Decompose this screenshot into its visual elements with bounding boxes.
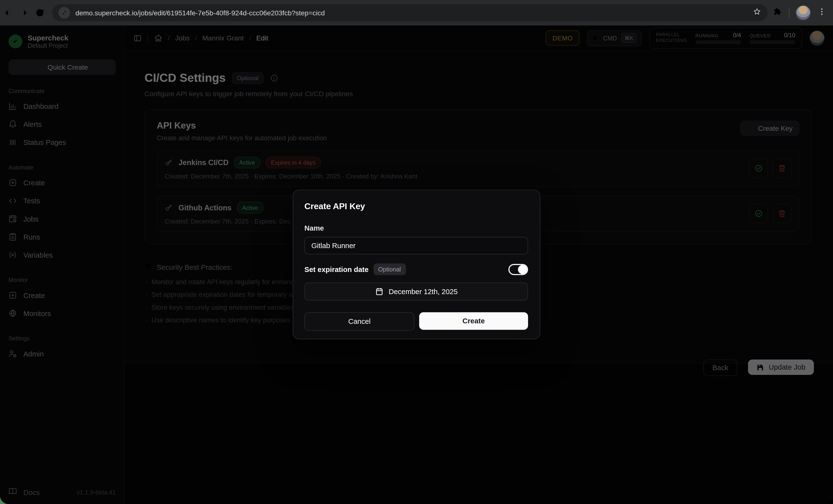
name-label: Name [305,224,528,232]
browser-menu-icon[interactable] [817,7,827,19]
create-api-key-modal: Create API Key Name Set expiration date … [293,190,540,339]
browser-forward-button[interactable] [16,5,32,21]
browser-actions [773,5,833,20]
expiration-label: Set expiration date [305,265,368,273]
address-bar[interactable]: demo.supercheck.io/jobs/edit/619514fe-7e… [52,4,768,21]
create-button[interactable]: Create [419,312,528,330]
browser-profile-avatar[interactable] [796,5,811,20]
cancel-button[interactable]: Cancel [305,312,414,331]
browser-refresh-button[interactable] [32,5,48,21]
expiration-toggle[interactable] [508,264,528,275]
site-info-icon[interactable] [58,7,70,19]
date-value: December 12th, 2025 [389,288,458,295]
toolbar-divider [789,7,789,18]
extensions-icon[interactable] [773,7,783,19]
browser-window: demo.supercheck.io/jobs/edit/619514fe-7e… [0,0,833,504]
modal-title: Create API Key [305,202,528,211]
name-input[interactable] [305,237,528,255]
date-picker-button[interactable]: December 12th, 2025 [305,283,528,301]
browser-toolbar: demo.supercheck.io/jobs/edit/619514fe-7e… [0,0,833,26]
browser-back-button[interactable] [0,5,16,21]
optional-chip: Optional [373,263,406,275]
close-icon[interactable] [524,197,532,205]
bookmark-star-icon[interactable] [753,7,761,18]
screen: demo.supercheck.io/jobs/edit/619514fe-7e… [0,0,833,504]
url-text: demo.supercheck.io/jobs/edit/619514fe-7e… [75,9,747,17]
calendar-icon [375,287,383,296]
